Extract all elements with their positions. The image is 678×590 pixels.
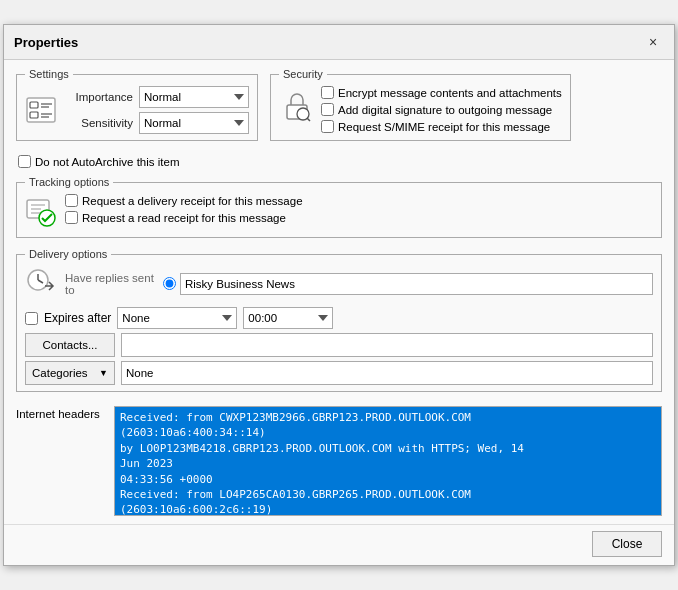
lock-icon-wrap — [279, 88, 315, 124]
expires-date-select[interactable]: None — [117, 307, 237, 329]
encrypt-label: Encrypt message contents and attachments — [338, 87, 562, 99]
delivery-icon — [25, 266, 57, 301]
read-receipt-label: Request a read receipt for this message — [82, 212, 286, 224]
internet-headers-label: Internet headers — [16, 406, 106, 516]
sensitivity-label: Sensitivity — [63, 117, 133, 129]
security-content: Encrypt message contents and attachments… — [279, 86, 562, 133]
categories-chevron-icon: ▼ — [99, 368, 108, 378]
categories-button[interactable]: Categories ▼ — [25, 361, 115, 385]
smime-row: Request S/MIME receipt for this message — [321, 120, 562, 133]
settings-icon — [25, 94, 57, 126]
security-legend: Security — [279, 68, 327, 80]
svg-line-9 — [307, 118, 310, 121]
headers-textarea-wrap: Received: from CWXP123MB2966.GBRP123.PRO… — [114, 406, 662, 516]
clock-arrow-icon — [25, 266, 57, 298]
security-fieldset: Security — [270, 68, 571, 141]
importance-row: Importance Normal Low High — [63, 86, 249, 108]
digital-sig-checkbox[interactable] — [321, 103, 334, 116]
internet-headers-section: Internet headers Received: from CWXP123M… — [16, 406, 662, 516]
contacts-field[interactable] — [121, 333, 653, 357]
autoarchive-checkbox[interactable] — [18, 155, 31, 168]
dialog-footer: Close — [4, 524, 674, 565]
importance-dropdown[interactable]: Normal Low High — [139, 86, 249, 108]
autoarchive-label: Do not AutoArchive this item — [35, 156, 179, 168]
digital-sig-label: Add digital signature to outgoing messag… — [338, 104, 552, 116]
replies-row: Have replies sent to — [25, 266, 653, 301]
sensitivity-dropdown[interactable]: Normal Personal Private Confidential — [139, 112, 249, 134]
expires-label: Expires after — [44, 311, 111, 325]
expires-time-select[interactable]: 00:00 — [243, 307, 333, 329]
security-checkboxes: Encrypt message contents and attachments… — [321, 86, 562, 133]
lock-icon — [279, 88, 315, 124]
tracking-icon — [25, 196, 57, 231]
read-receipt-checkbox[interactable] — [65, 211, 78, 224]
delivery-receipt-row: Request a delivery receipt for this mess… — [65, 194, 303, 207]
categories-button-label: Categories — [32, 367, 88, 379]
title-bar: Properties × — [4, 25, 674, 60]
replies-text-field[interactable] — [180, 273, 653, 295]
importance-label: Importance — [63, 91, 133, 103]
settings-fieldset: Settings — [16, 68, 258, 141]
encrypt-row: Encrypt message contents and attachments — [321, 86, 562, 99]
autoarchive-row: Do not AutoArchive this item — [16, 151, 662, 170]
settings-fields: Importance Normal Low High Sensitivity N… — [63, 86, 249, 134]
contacts-button[interactable]: Contacts... — [25, 333, 115, 357]
expires-checkbox[interactable] — [25, 312, 38, 325]
smime-checkbox[interactable] — [321, 120, 334, 133]
settings-security-row: Settings — [16, 68, 662, 145]
categories-field[interactable] — [121, 361, 653, 385]
delivery-receipt-label: Request a delivery receipt for this mess… — [82, 195, 303, 207]
delivery-legend: Delivery options — [25, 248, 111, 260]
tracking-legend: Tracking options — [25, 176, 113, 188]
replies-label: Have replies sent to — [65, 272, 155, 296]
settings-row: Importance Normal Low High Sensitivity N… — [25, 86, 249, 134]
properties-dialog: Properties × Settings — [3, 24, 675, 566]
delivery-fieldset: Delivery options Have replies sent to — [16, 248, 662, 392]
contacts-row: Contacts... — [25, 333, 653, 357]
digital-sig-row: Add digital signature to outgoing messag… — [321, 103, 562, 116]
settings-list-icon — [25, 94, 57, 126]
close-button[interactable]: Close — [592, 531, 662, 557]
tracking-checkboxes: Request a delivery receipt for this mess… — [65, 194, 303, 224]
read-receipt-row: Request a read receipt for this message — [65, 211, 303, 224]
dialog-body: Settings — [4, 60, 674, 524]
expires-row: Expires after None 00:00 — [25, 307, 653, 329]
smime-label: Request S/MIME receipt for this message — [338, 121, 550, 133]
settings-legend: Settings — [25, 68, 73, 80]
categories-row: Categories ▼ — [25, 361, 653, 385]
title-bar-close-button[interactable]: × — [642, 31, 664, 53]
sensitivity-row: Sensitivity Normal Personal Private Conf… — [63, 112, 249, 134]
encrypt-checkbox[interactable] — [321, 86, 334, 99]
replies-radio[interactable] — [163, 277, 176, 290]
delivery-receipt-checkbox[interactable] — [65, 194, 78, 207]
dialog-title: Properties — [14, 35, 78, 50]
tracking-fieldset: Tracking options Request a del — [16, 176, 662, 238]
headers-content[interactable]: Received: from CWXP123MB2966.GBRP123.PRO… — [114, 406, 662, 516]
tracking-check-icon — [25, 196, 57, 228]
